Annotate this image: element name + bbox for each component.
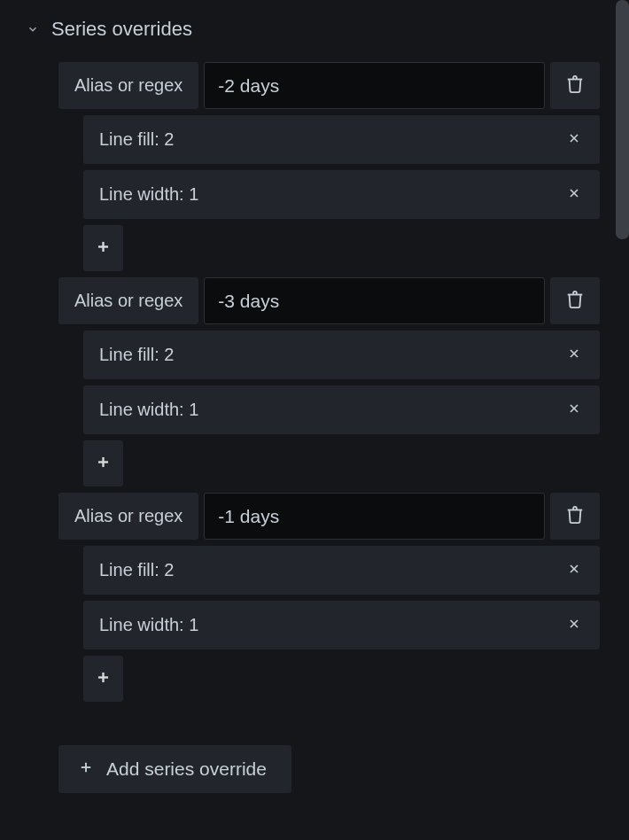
override-block: Alias or regex Line fill: 2 xyxy=(58,62,600,271)
override-header: Alias or regex xyxy=(58,493,600,540)
remove-property-button[interactable] xyxy=(564,130,584,150)
alias-label: Alias or regex xyxy=(58,277,198,324)
plus-icon xyxy=(95,454,112,473)
override-property-row[interactable]: Line fill: 2 xyxy=(83,546,600,595)
override-property-row[interactable]: Line fill: 2 xyxy=(83,331,600,379)
override-block: Alias or regex Line fill: 2 xyxy=(58,277,600,486)
property-label: Line width: 1 xyxy=(99,184,198,205)
plus-icon xyxy=(95,669,112,688)
remove-property-button[interactable] xyxy=(564,616,584,635)
remove-property-button[interactable] xyxy=(564,561,584,580)
plus-icon xyxy=(78,758,94,780)
add-property-button[interactable] xyxy=(83,225,123,271)
override-property-row[interactable]: Line width: 1 xyxy=(83,170,600,219)
props-container: Line fill: 2 Line width: 1 xyxy=(58,331,600,486)
scrollbar-thumb[interactable] xyxy=(616,0,629,239)
override-property-row[interactable]: Line width: 1 xyxy=(83,385,600,434)
add-property-button[interactable] xyxy=(83,656,123,702)
section-title: Series overrides xyxy=(51,18,192,41)
override-property-row[interactable]: Line width: 1 xyxy=(83,601,600,649)
property-label: Line fill: 2 xyxy=(99,345,175,365)
trash-icon xyxy=(565,505,585,527)
trash-icon xyxy=(565,290,585,312)
property-label: Line fill: 2 xyxy=(99,560,175,580)
override-property-row[interactable]: Line fill: 2 xyxy=(83,115,600,164)
close-icon xyxy=(567,562,581,579)
property-label: Line fill: 2 xyxy=(99,129,175,150)
close-icon xyxy=(567,131,581,148)
delete-override-button[interactable] xyxy=(550,277,600,324)
remove-property-button[interactable] xyxy=(564,346,584,365)
alias-input[interactable] xyxy=(204,277,545,324)
close-icon xyxy=(567,617,581,634)
add-series-override-button[interactable]: Add series override xyxy=(58,745,291,793)
close-icon xyxy=(567,401,581,418)
close-icon xyxy=(567,346,581,363)
add-override-label: Add series override xyxy=(106,758,267,780)
delete-override-button[interactable] xyxy=(550,493,600,540)
property-label: Line width: 1 xyxy=(99,615,198,635)
props-container: Line fill: 2 Line width: 1 xyxy=(58,115,600,271)
alias-label: Alias or regex xyxy=(58,493,198,540)
section-header[interactable]: Series overrides xyxy=(0,18,616,62)
alias-input[interactable] xyxy=(204,62,545,109)
props-container: Line fill: 2 Line width: 1 xyxy=(58,546,600,702)
alias-input[interactable] xyxy=(204,493,545,540)
alias-label: Alias or regex xyxy=(58,62,198,109)
delete-override-button[interactable] xyxy=(550,62,600,109)
trash-icon xyxy=(565,74,585,97)
override-header: Alias or regex xyxy=(58,277,600,324)
override-header: Alias or regex xyxy=(58,62,600,109)
property-label: Line width: 1 xyxy=(99,400,198,420)
chevron-down-icon xyxy=(25,21,41,37)
remove-property-button[interactable] xyxy=(564,185,584,205)
overrides-container: Alias or regex Line fill: 2 xyxy=(0,62,616,793)
plus-icon xyxy=(95,238,112,258)
remove-property-button[interactable] xyxy=(564,401,584,420)
override-block: Alias or regex Line fill: 2 xyxy=(58,493,600,702)
close-icon xyxy=(567,186,581,203)
add-property-button[interactable] xyxy=(83,440,123,486)
